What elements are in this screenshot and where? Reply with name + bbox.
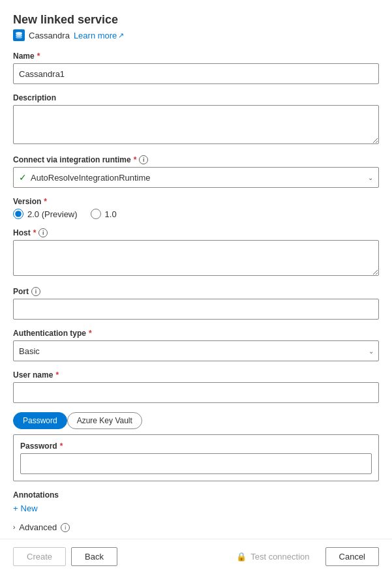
password-input[interactable] [20, 453, 372, 474]
plus-icon: + [13, 503, 18, 513]
page-title: New linked service [13, 13, 379, 27]
connect-info-icon[interactable]: i [139, 155, 148, 164]
connect-required-star: * [134, 155, 137, 164]
host-field-group: Host * i [13, 228, 379, 278]
advanced-info-icon[interactable]: i [61, 523, 70, 532]
learn-more-link[interactable]: Learn more ↗ [74, 31, 124, 40]
connect-label: Connect via integration runtime * i [13, 155, 379, 164]
host-label-text: Host [13, 228, 31, 237]
name-required-star: * [37, 52, 40, 61]
learn-more-text: Learn more [74, 31, 117, 40]
port-info-icon[interactable]: i [31, 287, 40, 296]
name-input[interactable] [13, 63, 379, 84]
password-tabs: Password Azure Key Vault [13, 412, 379, 429]
auth-type-label: Authentication type * [13, 329, 379, 338]
auth-type-select[interactable]: Basic Anonymous [13, 340, 379, 361]
version-20-option[interactable]: 2.0 (Preview) [13, 209, 78, 219]
svg-point-2 [16, 36, 22, 38]
ir-chevron-icon: ⌄ [368, 174, 373, 181]
host-required-star: * [33, 228, 37, 237]
username-required-star: * [55, 370, 59, 380]
description-field-group: Description [13, 93, 379, 146]
password-label-text: Password [20, 442, 57, 451]
password-inner-label: Password * [20, 442, 372, 451]
add-annotation-label: New [21, 503, 38, 513]
test-connection-button[interactable]: 🔒 Test connection [226, 548, 320, 565]
version-options-row: 2.0 (Preview) 1.0 [13, 209, 379, 219]
description-input[interactable] [13, 105, 379, 144]
advanced-label: Advanced [19, 522, 57, 532]
integration-runtime-select[interactable]: ✓ AutoResolveIntegrationRuntime ⌄ [13, 167, 379, 188]
username-label-text: User name [13, 370, 53, 380]
username-field-group: User name * [13, 370, 379, 403]
azure-key-vault-tab-button[interactable]: Azure Key Vault [67, 412, 142, 429]
cancel-button[interactable]: Cancel [325, 547, 379, 566]
annotations-section: Annotations + New [13, 490, 379, 513]
version-20-label: 2.0 (Preview) [27, 209, 78, 219]
password-box: Password * [13, 434, 379, 481]
version-10-label: 1.0 [105, 209, 117, 219]
host-label: Host * i [13, 228, 379, 237]
version-label: Version * [13, 197, 379, 206]
description-label: Description [13, 93, 379, 102]
port-field-group: Port i [13, 287, 379, 320]
version-required-star: * [44, 197, 47, 206]
version-10-radio[interactable] [91, 209, 101, 219]
password-field-group: Password Azure Key Vault Password * [13, 412, 379, 481]
username-label: User name * [13, 370, 379, 380]
name-label: Name * [13, 52, 379, 61]
name-label-text: Name [13, 52, 35, 61]
version-10-option[interactable]: 1.0 [91, 209, 117, 219]
lock-icon: 🔒 [236, 552, 247, 562]
auth-type-wrapper: Basic Anonymous ⌄ [13, 340, 379, 361]
host-input[interactable] [13, 240, 379, 276]
add-annotation-button[interactable]: + New [13, 503, 38, 513]
host-info-icon[interactable]: i [38, 228, 48, 237]
description-label-text: Description [13, 93, 56, 102]
username-input[interactable] [13, 382, 379, 403]
version-label-text: Version [13, 197, 41, 206]
subtitle-row: Cassandra Learn more ↗ [13, 29, 379, 41]
footer: Create Back 🔒 Test connection Cancel [0, 539, 392, 570]
auth-type-label-text: Authentication type [13, 329, 86, 338]
port-label: Port i [13, 287, 379, 296]
create-button[interactable]: Create [13, 547, 66, 566]
check-icon: ✓ [19, 172, 27, 183]
integration-runtime-field-group: Connect via integration runtime * i ✓ Au… [13, 155, 379, 188]
auth-type-required-star: * [89, 329, 92, 338]
port-input[interactable] [13, 299, 379, 320]
integration-runtime-wrapper: ✓ AutoResolveIntegrationRuntime ⌄ [13, 167, 379, 188]
back-button[interactable]: Back [71, 547, 117, 566]
advanced-chevron-icon: › [13, 524, 15, 531]
advanced-section[interactable]: › Advanced i [13, 522, 379, 532]
password-required-star: * [60, 442, 63, 451]
version-20-radio[interactable] [13, 209, 23, 219]
service-name-text: Cassandra [29, 31, 70, 40]
test-connection-label: Test connection [250, 552, 309, 562]
password-tab-button[interactable]: Password [13, 412, 67, 429]
external-link-icon: ↗ [118, 31, 124, 40]
ir-value-text: AutoResolveIntegrationRuntime [31, 173, 368, 183]
auth-type-field-group: Authentication type * Basic Anonymous ⌄ [13, 329, 379, 361]
connect-label-text: Connect via integration runtime [13, 155, 131, 164]
annotations-label: Annotations [13, 490, 379, 500]
port-label-text: Port [13, 287, 29, 296]
name-field-group: Name * [13, 52, 379, 84]
cassandra-icon [13, 29, 25, 41]
version-field-group: Version * 2.0 (Preview) 1.0 [13, 197, 379, 219]
